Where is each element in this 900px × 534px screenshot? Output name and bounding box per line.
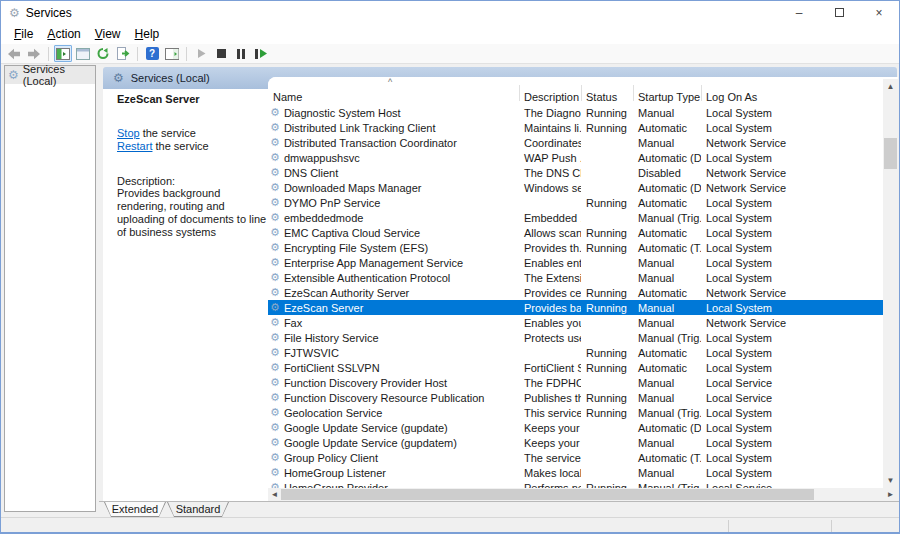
table-row[interactable]: ⚙EzeScan Authority Server Provides ce...… <box>268 285 883 300</box>
menu-file[interactable]: File <box>7 25 40 43</box>
pause-service-button[interactable] <box>232 45 250 62</box>
table-row[interactable]: ⚙Enterprise App Management Service Enabl… <box>268 255 883 270</box>
table-row[interactable]: ⚙Fax Enables you... Manual Network Servi… <box>268 315 883 330</box>
table-row[interactable]: ⚙embeddedmode Embedded ... Manual (Trig.… <box>268 210 883 225</box>
column-header-name[interactable]: Name <box>268 91 519 103</box>
column-header-logonas[interactable]: Log On As <box>701 91 883 103</box>
table-row[interactable]: ⚙Group Policy Client The service ... Aut… <box>268 450 883 465</box>
cell-logonas: Network Service <box>701 287 883 299</box>
menu-action[interactable]: Action <box>40 25 87 43</box>
service-gear-icon: ⚙ <box>270 272 280 283</box>
cell-description: Embedded ... <box>519 212 581 224</box>
service-gear-icon: ⚙ <box>270 392 280 403</box>
table-row[interactable]: ⚙Distributed Link Tracking Client Mainta… <box>268 120 883 135</box>
table-row[interactable]: ⚙Downloaded Maps Manager Windows se... A… <box>268 180 883 195</box>
table-row[interactable]: ⚙Function Discovery Provider Host The FD… <box>268 375 883 390</box>
cell-name: DYMO PnP Service <box>284 197 380 209</box>
menu-view[interactable]: View <box>88 25 128 43</box>
toolbar-separator <box>137 47 138 61</box>
service-gear-icon: ⚙ <box>270 182 280 193</box>
cell-description: The service ... <box>519 452 581 464</box>
table-row[interactable]: ⚙Google Update Service (gupdatem) Keeps … <box>268 435 883 450</box>
stop-service-button[interactable] <box>212 45 230 62</box>
table-row[interactable]: ⚙HomeGroup Listener Makes local... Manua… <box>268 465 883 480</box>
help-button[interactable]: ? <box>143 45 161 62</box>
column-header-description[interactable]: Description <box>519 91 581 103</box>
close-button[interactable]: × <box>859 1 899 24</box>
cell-name: Function Discovery Provider Host <box>284 377 447 389</box>
scroll-right-icon[interactable]: ► <box>884 488 897 501</box>
column-header-status[interactable]: Status <box>581 91 633 103</box>
tab-standard[interactable]: Standard <box>167 502 229 517</box>
column-divider[interactable] <box>581 85 582 101</box>
cell-name: Distributed Transaction Coordinator <box>284 137 457 149</box>
cell-name: Extensible Authentication Protocol <box>284 272 450 284</box>
service-gear-icon: ⚙ <box>270 302 280 313</box>
minimize-button[interactable]: – <box>779 1 819 24</box>
status-bar <box>1 517 899 533</box>
horizontal-scrollbar[interactable]: ◄ ► <box>268 488 898 501</box>
maximize-button[interactable] <box>819 1 859 24</box>
column-divider[interactable] <box>519 85 520 101</box>
forward-button[interactable] <box>25 45 43 62</box>
export-list-button[interactable] <box>114 45 132 62</box>
table-row[interactable]: ⚙dmwappushsvc WAP Push ... Automatic (D.… <box>268 150 883 165</box>
table-row[interactable]: ⚙DYMO PnP Service Running Automatic Loca… <box>268 195 883 210</box>
vertical-scrollbar[interactable]: ▲ ▼ <box>883 79 898 488</box>
cell-description: Publishes th... <box>519 392 581 404</box>
tab-extended[interactable]: Extended <box>104 502 166 517</box>
column-divider[interactable] <box>701 85 702 101</box>
show-action-pane-button[interactable] <box>163 45 181 62</box>
column-header-startup-type[interactable]: Startup Type <box>633 91 701 103</box>
start-service-button[interactable] <box>192 45 210 62</box>
horizontal-scroll-thumb[interactable] <box>281 489 814 500</box>
scroll-down-icon[interactable]: ▼ <box>883 473 898 488</box>
cell-startup-type: Manual <box>633 317 701 329</box>
cell-startup-type: Manual <box>633 437 701 449</box>
column-divider[interactable] <box>633 85 634 101</box>
cell-description: Windows se... <box>519 182 581 194</box>
cell-logonas: Local System <box>701 197 883 209</box>
table-row[interactable]: ⚙Extensible Authentication Protocol The … <box>268 270 883 285</box>
cell-startup-type: Automatic <box>633 227 701 239</box>
cell-startup-type: Manual (Trig... <box>633 407 701 419</box>
toolbar-separator <box>48 47 49 61</box>
service-gear-icon: ⚙ <box>270 452 280 463</box>
service-gear-icon: ⚙ <box>270 332 280 343</box>
refresh-button[interactable] <box>94 45 112 62</box>
table-row[interactable]: ⚙FortiClient SSLVPN FortiClient S... Run… <box>268 360 883 375</box>
menu-help[interactable]: Help <box>128 25 167 43</box>
table-row[interactable]: ⚙Geolocation Service This service ... Ru… <box>268 405 883 420</box>
table-row[interactable]: ⚙Diagnostic System Host The Diagno... Ru… <box>268 105 883 120</box>
show-console-tree-button[interactable] <box>54 45 72 62</box>
table-row[interactable]: ⚙EzeScan Server Provides ba... Running M… <box>268 300 883 315</box>
table-row[interactable]: ⚙Distributed Transaction Coordinator Coo… <box>268 135 883 150</box>
properties-button[interactable] <box>74 45 92 62</box>
table-row[interactable]: ⚙HomeGroup Provider Performs ne... Runni… <box>268 480 883 488</box>
table-row[interactable]: ⚙Function Discovery Resource Publication… <box>268 390 883 405</box>
table-row[interactable]: ⚙File History Service Protects use... Ma… <box>268 330 883 345</box>
cell-description: The DNS Cli... <box>519 167 581 179</box>
cell-status: Running <box>581 122 633 134</box>
tree-item-services-local[interactable]: ⚙ Services (Local) <box>5 66 95 84</box>
vertical-scroll-thumb[interactable] <box>884 138 897 169</box>
restart-service-link[interactable]: Restart <box>117 140 152 152</box>
back-button[interactable] <box>5 45 23 62</box>
service-gear-icon: ⚙ <box>270 227 280 238</box>
cell-startup-type: Automatic <box>633 197 701 209</box>
scroll-up-icon[interactable]: ▲ <box>883 79 898 94</box>
scroll-left-icon[interactable]: ◄ <box>268 488 281 501</box>
cell-startup-type: Automatic <box>633 287 701 299</box>
table-row[interactable]: ⚙DNS Client The DNS Cli... Disabled Netw… <box>268 165 883 180</box>
table-row[interactable]: ⚙Encrypting File System (EFS) Provides t… <box>268 240 883 255</box>
cell-description: Provides ba... <box>519 302 581 314</box>
cell-startup-type: Automatic <box>633 362 701 374</box>
stop-service-link[interactable]: Stop <box>117 127 140 139</box>
table-row[interactable]: ⚙EMC Captiva Cloud Service Allows scan..… <box>268 225 883 240</box>
cell-startup-type: Manual <box>633 302 701 314</box>
cell-startup-type: Manual <box>633 377 701 389</box>
table-row[interactable]: ⚙FJTWSVIC Running Automatic Local System <box>268 345 883 360</box>
table-row[interactable]: ⚙Google Update Service (gupdate) Keeps y… <box>268 420 883 435</box>
cell-startup-type: Manual <box>633 392 701 404</box>
restart-service-button[interactable] <box>252 45 270 62</box>
